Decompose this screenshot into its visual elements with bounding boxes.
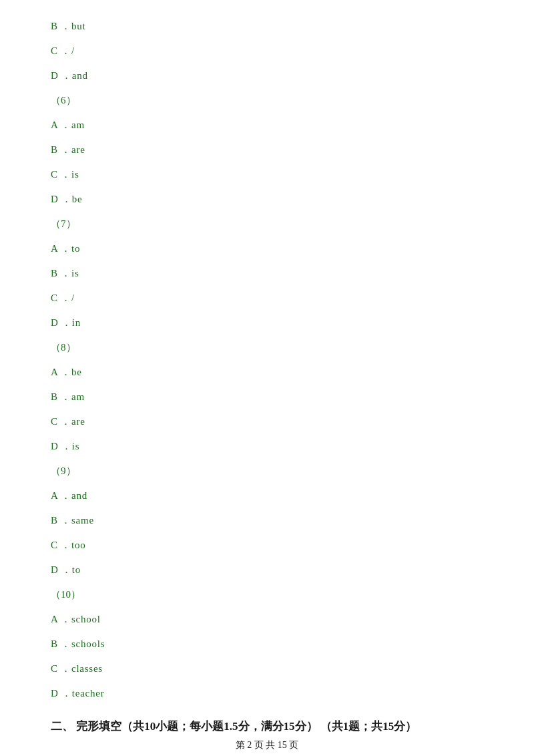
question-5-option-b: B ．but	[51, 20, 483, 33]
question-6-option-d: D ．be	[51, 193, 483, 206]
question-6-option-a: A ．am	[51, 119, 483, 132]
question-7-option-d: D ．in	[51, 317, 483, 329]
page-indicator: 第 2 页 共 15 页	[51, 739, 483, 751]
question-10-option-b: B ．schools	[51, 638, 483, 650]
question-10-option-d: D ．teacher	[51, 687, 483, 700]
question-6-option-b: B ．are	[51, 144, 483, 156]
question-8-number: （8）	[51, 341, 483, 354]
question-9-option-c: C ．too	[51, 539, 483, 552]
question-8-option-a: A ．be	[51, 366, 483, 379]
question-8-option-c: C ．are	[51, 415, 483, 428]
question-9-option-d: D ．to	[51, 564, 483, 576]
question-7-number: （7）	[51, 218, 483, 230]
question-9-number: （9）	[51, 465, 483, 478]
question-7-option-a: A ．to	[51, 242, 483, 255]
question-5-option-c: C ．/	[51, 45, 483, 57]
question-10-option-a: A ．school	[51, 613, 483, 626]
question-7-option-b: B ．is	[51, 267, 483, 280]
question-7-option-c: C ．/	[51, 292, 483, 305]
question-10-number: （10）	[51, 588, 483, 601]
section-title: 二、 完形填空（共10小题；每小题1.5分，满分15分） （共1题；共15分）	[51, 719, 417, 734]
question-5-option-d: D ．and	[51, 69, 483, 82]
question-6-number: （6）	[51, 94, 483, 107]
question-10-option-c: C ．classes	[51, 663, 483, 675]
question-8-option-d: D ．is	[51, 440, 483, 453]
question-8-option-b: B ．am	[51, 391, 483, 403]
question-6-option-c: C ．is	[51, 168, 483, 181]
question-9-option-a: A ．and	[51, 490, 483, 502]
question-9-option-b: B ．same	[51, 514, 483, 527]
